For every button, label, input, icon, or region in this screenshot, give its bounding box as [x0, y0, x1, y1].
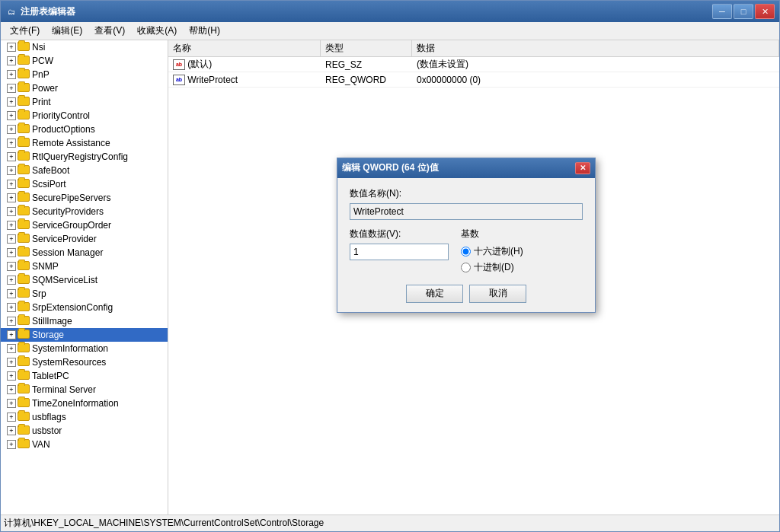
registry-editor-window: 🗂 注册表编辑器 ─ □ ✕ 文件(F) 编辑(E) 查看(V) 收藏夹(A) … — [0, 0, 780, 532]
status-path: 计算机\HKEY_LOCAL_MACHINE\SYSTEM\CurrentCon… — [4, 517, 324, 530]
radio-decimal[interactable] — [461, 263, 471, 272]
data-left: 数值数据(V): — [350, 228, 453, 277]
dialog-title-bar: 编辑 QWORD (64 位)值 ✕ — [337, 158, 595, 178]
name-label: 数值名称(N): — [350, 187, 583, 200]
dialog-title-text: 编辑 QWORD (64 位)值 — [342, 161, 575, 174]
cancel-button[interactable]: 取消 — [469, 285, 526, 303]
name-row: 数值名称(N): — [350, 187, 583, 220]
edit-qword-dialog: 编辑 QWORD (64 位)值 ✕ 数值名称(N): 数值数据(V): 基数 — [337, 158, 596, 313]
dialog-body: 数值名称(N): 数值数据(V): 基数 十六进制(H) — [337, 178, 595, 312]
base-label: 基数 — [461, 228, 583, 241]
radio-decimal-text: 十进制(D) — [474, 261, 514, 274]
dialog-overlay: 编辑 QWORD (64 位)值 ✕ 数值名称(N): 数值数据(V): 基数 — [1, 1, 779, 514]
name-input[interactable] — [350, 203, 583, 220]
radio-hex-label[interactable]: 十六进制(H) — [461, 245, 583, 258]
status-bar: 计算机\HKEY_LOCAL_MACHINE\SYSTEM\CurrentCon… — [1, 514, 779, 531]
dialog-buttons: 确定 取消 — [350, 285, 583, 303]
data-label: 数值数据(V): — [350, 228, 453, 241]
radio-hex-text: 十六进制(H) — [474, 245, 523, 258]
data-row: 数值数据(V): 基数 十六进制(H) 十进制(D) — [350, 228, 583, 277]
base-group: 基数 十六进制(H) 十进制(D) — [461, 228, 583, 277]
radio-decimal-label[interactable]: 十进制(D) — [461, 261, 583, 274]
ok-button[interactable]: 确定 — [406, 285, 463, 303]
radio-hex[interactable] — [461, 247, 471, 256]
data-input[interactable] — [350, 244, 449, 260]
dialog-close-button[interactable]: ✕ — [575, 162, 590, 174]
